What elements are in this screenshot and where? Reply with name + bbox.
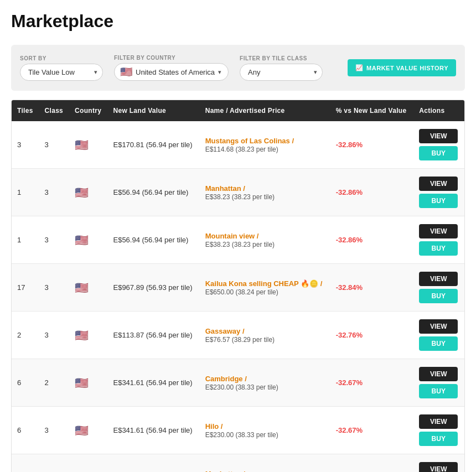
cell-pct: -32.86%	[330, 216, 414, 264]
cell-land-value: E$967.89 (56.93 per tile)	[107, 264, 199, 312]
filter-country-group: FILTER BY COUNTRY 🇺🇸 United States of Am…	[114, 55, 229, 81]
cell-class: 3	[39, 169, 70, 216]
pct-value: -32.86%	[336, 236, 363, 244]
cell-class: 3	[39, 454, 70, 473]
view-button[interactable]: VIEW	[419, 177, 458, 191]
pct-value: -32.76%	[336, 331, 363, 339]
cell-name-price: Manhattan / E$230.00 (38.33 per tile)	[200, 454, 330, 473]
listing-name[interactable]: Mustangs of Las Colinas /	[205, 137, 294, 145]
sort-group: SORT BY Tile Value Low Tile Value High D…	[20, 55, 103, 81]
view-button[interactable]: VIEW	[419, 272, 458, 286]
listing-name[interactable]: Mountain view /	[205, 232, 259, 240]
listing-price: E$76.57 (38.29 per tile)	[205, 336, 275, 344]
table-row: 2 3 🇺🇸 E$113.87 (56.94 per tile) Gassawa…	[12, 312, 464, 359]
buy-button[interactable]: BUY	[419, 336, 458, 351]
table-row: 1 3 🇺🇸 E$56.94 (56.94 per tile) Manhatta…	[12, 169, 464, 216]
table-row: 6 3 🇺🇸 E$341.61 (56.94 per tile) Manhatt…	[12, 454, 464, 473]
pct-value: -32.67%	[336, 378, 363, 387]
table-row: 6 3 🇺🇸 E$341.61 (56.94 per tile) Hilo / …	[12, 407, 464, 454]
cell-land-value: E$113.87 (56.94 per tile)	[107, 312, 199, 359]
table-row: 17 3 🇺🇸 E$967.89 (56.93 per tile) Kailua…	[12, 264, 464, 312]
col-pct: % vs New Land Value	[330, 100, 414, 121]
cell-flag: 🇺🇸	[69, 169, 107, 216]
buy-button[interactable]: BUY	[419, 289, 458, 303]
listing-name[interactable]: Gassaway /	[205, 327, 245, 335]
cell-class: 3	[39, 216, 70, 264]
cell-class: 2	[39, 359, 70, 407]
col-country: Country	[69, 100, 107, 121]
listing-price: E$38.23 (38.23 per tile)	[205, 241, 275, 248]
cell-tiles: 3	[12, 121, 39, 169]
controls-bar: SORT BY Tile Value Low Tile Value High D…	[11, 45, 465, 91]
cell-flag: 🇺🇸	[69, 264, 107, 312]
cell-pct: -32.67%	[330, 454, 414, 473]
cell-pct: -32.67%	[330, 359, 414, 407]
buy-button[interactable]: BUY	[419, 432, 458, 446]
buy-button[interactable]: BUY	[419, 194, 458, 208]
cell-name-price: Gassaway / E$76.57 (38.29 per tile)	[200, 312, 330, 359]
pct-value: -32.67%	[336, 426, 363, 434]
view-button[interactable]: VIEW	[419, 129, 458, 143]
listing-name[interactable]: Cambridge /	[205, 375, 247, 383]
listing-name[interactable]: Hilo /	[205, 422, 223, 430]
filter-tile-select[interactable]: Any Class 1 Class 2 Class 3	[240, 64, 323, 81]
table-row: 6 2 🇺🇸 E$341.61 (56.94 per tile) Cambrid…	[12, 359, 464, 407]
sort-dropdown-wrapper: Tile Value Low Tile Value High Discount …	[20, 64, 103, 81]
cell-land-value: E$341.61 (56.94 per tile)	[107, 407, 199, 454]
buy-button[interactable]: BUY	[419, 146, 458, 160]
buy-button[interactable]: BUY	[419, 241, 458, 256]
cell-land-value: E$341.61 (56.94 per tile)	[107, 359, 199, 407]
cell-actions: VIEW BUY	[413, 359, 464, 407]
cell-tiles: 6	[12, 359, 39, 407]
view-button[interactable]: VIEW	[419, 319, 458, 334]
col-tiles: Tiles	[12, 100, 39, 121]
listing-name[interactable]: Manhattan /	[205, 470, 245, 473]
pct-value: -32.86%	[336, 188, 363, 196]
cell-name-price: Cambridge / E$230.00 (38.33 per tile)	[200, 359, 330, 407]
listing-price: E$114.68 (38.23 per tile)	[205, 146, 278, 153]
filter-tile-dropdown-wrapper: Any Class 1 Class 2 Class 3 ▾	[240, 64, 323, 81]
listing-name[interactable]: Manhattan /	[205, 184, 245, 193]
sort-label: SORT BY	[20, 55, 103, 61]
sort-select[interactable]: Tile Value Low Tile Value High Discount …	[20, 64, 103, 81]
cell-flag: 🇺🇸	[69, 216, 107, 264]
cell-name-price: Kailua Kona selling CHEAP 🔥🪙 / E$650.00 …	[200, 264, 330, 312]
cell-tiles: 6	[12, 454, 39, 473]
pct-value: -32.84%	[336, 283, 363, 292]
cell-pct: -32.84%	[330, 264, 414, 312]
market-value-icon: 📈	[355, 64, 364, 71]
view-button[interactable]: VIEW	[419, 367, 458, 381]
country-arrow-icon: ▾	[218, 69, 221, 76]
marketplace-table-wrapper: Tiles Class Country New Land Value Name …	[11, 100, 465, 472]
filter-tile-label: FILTER BY TILE CLASS	[240, 55, 323, 61]
cell-tiles: 2	[12, 312, 39, 359]
col-class: Class	[39, 100, 70, 121]
cell-actions: VIEW BUY	[413, 216, 464, 264]
cell-tiles: 17	[12, 264, 39, 312]
cell-actions: VIEW BUY	[413, 454, 464, 473]
filter-country-label: FILTER BY COUNTRY	[114, 55, 229, 61]
cell-land-value: E$56.94 (56.94 per tile)	[107, 216, 199, 264]
filter-country-select[interactable]: 🇺🇸 United States of America ▾	[114, 63, 229, 81]
cell-class: 3	[39, 407, 70, 454]
col-land-value: New Land Value	[107, 100, 199, 121]
table-row: 3 3 🇺🇸 E$170.81 (56.94 per tile) Mustang…	[12, 121, 464, 169]
cell-name-price: Mustangs of Las Colinas / E$114.68 (38.2…	[200, 121, 330, 169]
cell-flag: 🇺🇸	[69, 312, 107, 359]
view-button[interactable]: VIEW	[419, 224, 458, 238]
filter-tile-group: FILTER BY TILE CLASS Any Class 1 Class 2…	[240, 55, 323, 81]
listing-price: E$38.23 (38.23 per tile)	[205, 193, 275, 201]
table-header-row: Tiles Class Country New Land Value Name …	[12, 100, 464, 121]
market-value-history-button[interactable]: 📈 MARKET VALUE HISTORY	[348, 59, 456, 76]
cell-land-value: E$341.61 (56.94 per tile)	[107, 454, 199, 473]
listing-price: E$230.00 (38.33 per tile)	[205, 383, 278, 391]
view-button[interactable]: VIEW	[419, 462, 458, 472]
cell-name-price: Hilo / E$230.00 (38.33 per tile)	[200, 407, 330, 454]
market-value-label: MARKET VALUE HISTORY	[366, 65, 448, 71]
listing-name[interactable]: Kailua Kona selling CHEAP 🔥🪙 /	[205, 279, 323, 288]
view-button[interactable]: VIEW	[419, 414, 458, 429]
buy-button[interactable]: BUY	[419, 384, 458, 398]
cell-flag: 🇺🇸	[69, 407, 107, 454]
flag-icon: 🇺🇸	[120, 67, 132, 77]
cell-land-value: E$56.94 (56.94 per tile)	[107, 169, 199, 216]
